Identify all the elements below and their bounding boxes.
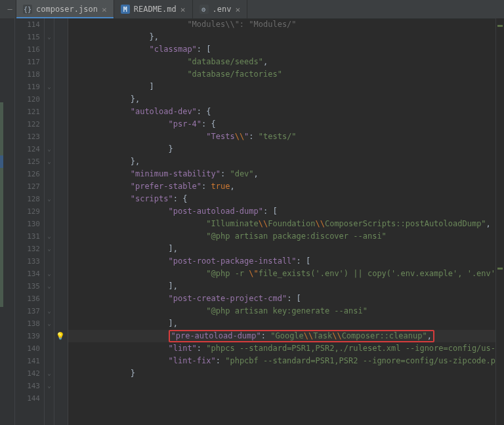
code-line[interactable]: "Illuminate\\Foundation\\ComposerScripts… [68, 218, 495, 230]
tab-composer-json[interactable]: {} composer.json × [16, 0, 114, 18]
env-file-icon: ⚙ [200, 5, 209, 14]
code-line[interactable] [68, 392, 495, 405]
fold-toggle-icon[interactable]: ⌄ [46, 158, 52, 165]
code-line[interactable]: "lint-fix": "phpcbf --standard=PSR1,PSR2… [68, 355, 495, 367]
hide-tabs-button[interactable]: — [4, 0, 16, 18]
code-line[interactable]: ] [68, 81, 495, 93]
line-number[interactable]: 127 [15, 180, 44, 193]
fold-toggle-icon[interactable]: ⌄ [46, 33, 52, 40]
caret-row-marker [0, 155, 3, 168]
code-line[interactable]: ], [68, 243, 495, 255]
code-line[interactable]: }, [68, 155, 495, 168]
fold-toggle-icon[interactable]: ⌄ [46, 320, 52, 327]
tab-label: .env [213, 5, 232, 14]
code-line[interactable]: "psr-4": { [68, 118, 495, 131]
code-line[interactable]: "post-root-package-install": [ [68, 255, 495, 268]
code-line[interactable]: "scripts": { [68, 193, 495, 205]
line-number[interactable]: 129▶ [15, 205, 44, 218]
fold-toggle-icon[interactable]: ⌄ [46, 308, 52, 314]
fold-toggle-icon[interactable]: ⌄ [46, 382, 52, 389]
fold-toggle-icon[interactable]: ⌄ [46, 146, 52, 152]
line-number[interactable]: 122 [15, 118, 44, 131]
line-number[interactable]: 143 [15, 380, 44, 392]
stripe-mark[interactable] [497, 25, 503, 27]
code-line[interactable]: "Tests\\": "tests/" [68, 131, 495, 143]
fold-toggle-icon[interactable]: ⌄ [46, 370, 52, 376]
code-line[interactable]: "lint": "phpcs --standard=PSR1,PSR2,./ru… [68, 342, 495, 355]
fold-column[interactable]: ⌄⌄⌄⌄⌄⌄⌄⌄⌄⌄⌄⌄⌄ [45, 18, 54, 425]
intention-bulb-icon[interactable]: 💡 [56, 331, 65, 340]
line-number[interactable]: 136▶ [15, 293, 44, 305]
line-number[interactable]: 118 [15, 68, 44, 81]
fold-toggle-icon[interactable]: ⌄ [46, 283, 52, 289]
line-number[interactable]: 138 [15, 317, 44, 330]
code-line[interactable]: "minimum-stability": "dev", [68, 168, 495, 180]
line-number[interactable]: 144 [15, 392, 44, 405]
fold-toggle-icon[interactable]: ⌄ [46, 245, 52, 252]
gutter-icon-column: 💡 [54, 18, 68, 425]
code-line[interactable]: ], [68, 317, 495, 330]
line-number[interactable]: 117 [15, 56, 44, 68]
tab-env[interactable]: ⚙ .env × [193, 0, 248, 18]
line-number[interactable]: 142 [15, 367, 44, 380]
line-number[interactable]: 128 [15, 193, 44, 205]
code-line[interactable]: } [68, 143, 495, 155]
code-line[interactable]: "prefer-stable": true, [68, 180, 495, 193]
line-number[interactable]: 130 [15, 218, 44, 230]
code-editor[interactable]: 1141151161171181191201211221231241251261… [0, 18, 504, 425]
code-line[interactable]: "autoload-dev": { [68, 106, 495, 118]
json-file-icon: {} [23, 5, 32, 14]
line-number[interactable]: 126 [15, 168, 44, 180]
code-line[interactable]: "database/seeds", [68, 56, 495, 68]
stripe-mark[interactable] [497, 268, 503, 270]
close-icon[interactable]: × [102, 5, 107, 14]
line-number[interactable]: 120 [15, 93, 44, 106]
line-number[interactable]: 125 [15, 155, 44, 168]
code-line[interactable]: "database/factories" [68, 68, 495, 81]
code-line[interactable]: "post-create-project-cmd": [ [68, 293, 495, 305]
line-number[interactable]: 121 [15, 106, 44, 118]
line-number[interactable]: 116 [15, 43, 44, 56]
line-number-gutter[interactable]: 1141151161171181191201211221231241251261… [15, 18, 45, 425]
tab-label: README.md [134, 5, 177, 14]
code-line[interactable]: "post-autoload-dump": [ [68, 205, 495, 218]
code-line[interactable]: "@php artisan package:discover --ansi" [68, 230, 495, 243]
vcs-change-marker [0, 102, 3, 307]
line-number[interactable]: 119 [15, 81, 44, 93]
line-number[interactable]: 133▶ [15, 255, 44, 268]
editor-tabs: — {} composer.json × M README.md × ⚙ .en… [0, 0, 504, 19]
line-number[interactable]: 139 [15, 330, 44, 342]
code-line[interactable]: "Modules\\": "Modules/" [68, 18, 495, 31]
line-number[interactable]: 134 [15, 268, 44, 280]
fold-toggle-icon[interactable]: ⌄ [46, 233, 52, 239]
line-number[interactable]: 141▶ [15, 355, 44, 367]
fold-toggle-icon[interactable]: ⌄ [46, 83, 52, 90]
code-line[interactable]: "@php artisan key:generate --ansi" [68, 305, 495, 317]
code-line[interactable] [68, 380, 495, 392]
code-area[interactable]: "Modules\\": "Modules/" }, "classmap": [… [68, 18, 495, 425]
line-number[interactable]: 115 [15, 31, 44, 43]
code-line[interactable]: ], [68, 280, 495, 293]
error-stripe[interactable] [495, 18, 504, 425]
fold-toggle-icon[interactable]: ⌄ [46, 270, 52, 277]
code-line[interactable]: "classmap": [ [68, 43, 495, 56]
close-icon[interactable]: × [180, 5, 186, 14]
code-line[interactable]: "@php -r \"file_exists('.env') || copy('… [68, 268, 495, 280]
line-number[interactable]: 114 [15, 18, 44, 31]
markdown-file-icon: M [121, 5, 130, 14]
line-number[interactable]: 131 [15, 230, 44, 243]
line-number[interactable]: 123 [15, 131, 44, 143]
line-number[interactable]: 132 [15, 243, 44, 255]
fold-toggle-icon[interactable]: ⌄ [46, 195, 52, 202]
line-number[interactable]: 135 [15, 280, 44, 293]
code-line[interactable]: }, [68, 31, 495, 43]
line-number[interactable]: 140▶ [15, 342, 44, 355]
tab-readme-md[interactable]: M README.md × [114, 0, 193, 18]
code-line[interactable]: "pre-autoload-dump": "Google\\Task\\Comp… [68, 330, 495, 342]
code-line[interactable]: }, [68, 93, 495, 106]
line-number[interactable]: 137 [15, 305, 44, 317]
line-number[interactable]: 124 [15, 143, 44, 155]
code-line[interactable]: } [68, 367, 495, 380]
close-icon[interactable]: × [236, 5, 241, 14]
tab-label: composer.json [36, 5, 98, 14]
